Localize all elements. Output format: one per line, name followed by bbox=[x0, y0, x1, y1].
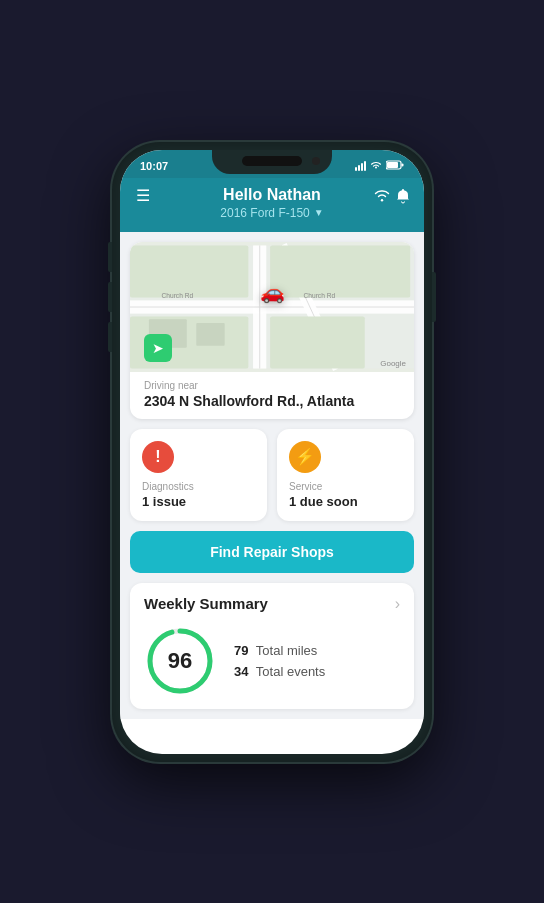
svg-rect-1 bbox=[387, 162, 398, 168]
service-alert-icon: ⚡ bbox=[289, 441, 321, 473]
navigation-pin: ➤ bbox=[144, 334, 172, 362]
weekly-summary-content: 96 79 Total miles 34 Total events bbox=[144, 625, 400, 697]
diagnostics-card[interactable]: ! Diagnostics 1 issue bbox=[130, 429, 267, 521]
status-icons bbox=[355, 160, 404, 172]
svg-rect-11 bbox=[270, 245, 410, 297]
header-wifi-icon[interactable] bbox=[374, 188, 390, 205]
map-card[interactable]: Church Rd Church Rd 🚗 ➤ Google Dr bbox=[130, 242, 414, 419]
diagnostics-value: 1 issue bbox=[142, 494, 255, 509]
map-info: Driving near 2304 N Shallowford Rd., Atl… bbox=[130, 372, 414, 419]
diagnostics-label: Diagnostics bbox=[142, 481, 255, 492]
menu-icon[interactable]: ☰ bbox=[136, 188, 150, 204]
wifi-icon bbox=[370, 160, 382, 172]
status-time: 10:07 bbox=[140, 160, 168, 172]
notch bbox=[212, 150, 332, 174]
diagnostics-row: ! Diagnostics 1 issue ⚡ Service 1 due so… bbox=[130, 429, 414, 521]
diagnostics-alert-icon: ! bbox=[142, 441, 174, 473]
google-watermark: Google bbox=[380, 359, 406, 368]
vehicle-selector[interactable]: 2016 Ford F-150 ▼ bbox=[136, 206, 408, 220]
phone-screen: 10:07 bbox=[120, 150, 424, 754]
stat-miles-number: 79 bbox=[234, 643, 248, 658]
weekly-summary-header: Weekly Summary › bbox=[144, 595, 400, 613]
vehicle-label: 2016 Ford F-150 bbox=[220, 206, 309, 220]
service-value: 1 due soon bbox=[289, 494, 402, 509]
car-icon: 🚗 bbox=[260, 280, 285, 304]
phone-frame: 10:07 bbox=[112, 142, 432, 762]
svg-text:Church Rd: Church Rd bbox=[304, 291, 336, 298]
battery-icon bbox=[386, 160, 404, 172]
svg-text:Church Rd: Church Rd bbox=[162, 292, 194, 299]
notch-pill bbox=[242, 156, 302, 166]
signal-icon bbox=[355, 161, 366, 171]
stat-events-number: 34 bbox=[234, 664, 248, 679]
score-circle: 96 bbox=[144, 625, 216, 697]
pin-icon: ➤ bbox=[152, 340, 164, 356]
stat-miles-label: Total miles bbox=[256, 643, 317, 658]
weekly-summary-title: Weekly Summary bbox=[144, 595, 268, 612]
stat-miles: 79 Total miles bbox=[234, 643, 325, 658]
notification-bell-icon[interactable] bbox=[396, 188, 410, 207]
svg-rect-10 bbox=[130, 245, 248, 297]
stat-events-label: Total events bbox=[256, 664, 325, 679]
svg-rect-17 bbox=[196, 323, 224, 346]
service-label: Service bbox=[289, 481, 402, 492]
page-title: Hello Nathan bbox=[136, 186, 408, 204]
weekly-stats: 79 Total miles 34 Total events bbox=[234, 643, 325, 679]
stat-events: 34 Total events bbox=[234, 664, 325, 679]
driving-near-label: Driving near bbox=[144, 380, 400, 391]
location-address: 2304 N Shallowford Rd., Atlanta bbox=[144, 393, 400, 409]
map-view[interactable]: Church Rd Church Rd 🚗 ➤ Google bbox=[130, 242, 414, 372]
camera-dot bbox=[312, 157, 320, 165]
svg-rect-13 bbox=[270, 316, 365, 368]
main-content: Church Rd Church Rd 🚗 ➤ Google Dr bbox=[120, 232, 424, 719]
chevron-down-icon: ▼ bbox=[314, 207, 324, 218]
score-value: 96 bbox=[168, 648, 192, 674]
app-header: ☰ Hello Nathan 2016 Ford F-150 ▼ bbox=[120, 178, 424, 232]
weekly-summary-chevron-icon: › bbox=[395, 595, 400, 613]
weekly-summary-card[interactable]: Weekly Summary › 96 79 bbox=[130, 583, 414, 709]
service-card[interactable]: ⚡ Service 1 due soon bbox=[277, 429, 414, 521]
svg-rect-2 bbox=[402, 163, 404, 166]
find-repair-shops-button[interactable]: Find Repair Shops bbox=[130, 531, 414, 573]
